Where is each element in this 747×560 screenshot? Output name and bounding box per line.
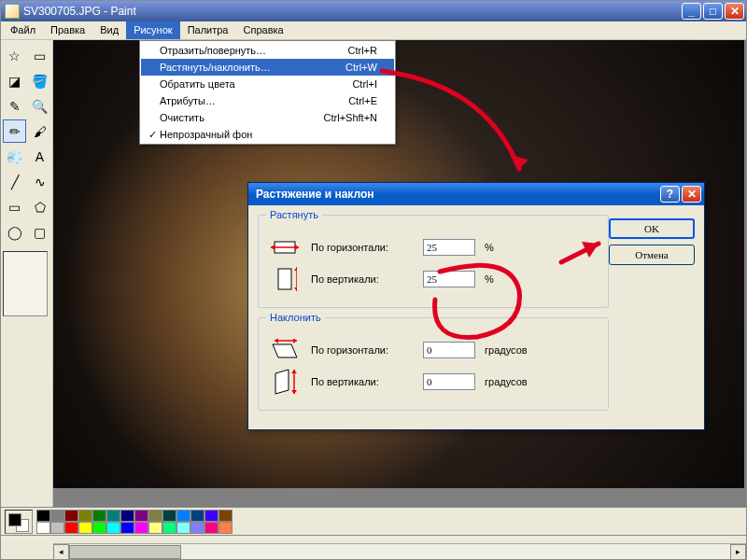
- color-swatch[interactable]: [50, 522, 64, 534]
- color-swatch[interactable]: [36, 510, 50, 522]
- color-swatch[interactable]: [190, 522, 204, 534]
- skew-horiz-label: По горизонтали:: [311, 344, 414, 356]
- close-button[interactable]: ✕: [725, 3, 744, 20]
- skew-vert-unit: градусов: [485, 376, 528, 387]
- color-swatch[interactable]: [50, 510, 64, 522]
- menu-item-opaque-bg[interactable]: ✓ Непрозрачный фон: [141, 126, 394, 143]
- minimize-button[interactable]: _: [682, 3, 701, 20]
- stretch-horiz-input[interactable]: [423, 239, 475, 256]
- scroll-thumb[interactable]: [69, 545, 181, 559]
- skew-vert-input[interactable]: [423, 373, 475, 390]
- color-swatch[interactable]: [162, 510, 176, 522]
- menu-item-stretch-skew[interactable]: Растянуть/наклонить… Ctrl+W: [141, 59, 394, 76]
- dialog-close-button[interactable]: ✕: [682, 186, 701, 203]
- svg-marker-14: [291, 370, 297, 373]
- tool-curve[interactable]: ∿: [28, 170, 51, 193]
- color-swatch[interactable]: [204, 522, 218, 534]
- color-swatch[interactable]: [36, 522, 50, 534]
- scroll-track[interactable]: [69, 545, 730, 559]
- svg-marker-2: [271, 245, 275, 250]
- color-swatch[interactable]: [148, 510, 162, 522]
- color-swatch[interactable]: [92, 510, 106, 522]
- stretch-horizontal-icon: [268, 234, 302, 260]
- tool-rectangle[interactable]: ▭: [3, 195, 26, 218]
- skew-group-title: Наклонить: [266, 312, 325, 323]
- menu-item-flip-rotate[interactable]: Отразить/повернуть… Ctrl+R: [141, 42, 394, 59]
- svg-marker-3: [295, 245, 299, 250]
- color-swatch[interactable]: [218, 522, 233, 534]
- app-icon: [5, 4, 20, 19]
- tool-free-select[interactable]: ☆: [3, 44, 26, 67]
- menu-image[interactable]: Рисунок: [126, 21, 180, 39]
- color-swatch[interactable]: [218, 510, 233, 522]
- foreground-color: [8, 513, 21, 526]
- tool-line[interactable]: ╱: [3, 170, 26, 193]
- color-swatch[interactable]: [134, 510, 148, 522]
- color-swatch[interactable]: [176, 510, 190, 522]
- menubar: Файл Правка Вид Рисунок Палитра Справка: [1, 21, 746, 40]
- scroll-right-button[interactable]: ▸: [730, 544, 746, 560]
- color-swatch[interactable]: [120, 522, 134, 534]
- skew-vert-label: По вертикали:: [311, 376, 414, 387]
- color-swatch[interactable]: [64, 510, 78, 522]
- color-swatch[interactable]: [78, 510, 92, 522]
- skew-horiz-input[interactable]: [423, 342, 475, 358]
- tool-options: [3, 251, 48, 316]
- menu-item-attributes[interactable]: Атрибуты… Ctrl+E: [141, 92, 394, 109]
- tool-rect-select[interactable]: ▭: [28, 44, 51, 67]
- cancel-button[interactable]: Отмена: [609, 245, 695, 265]
- color-swatch[interactable]: [120, 510, 134, 522]
- image-menu-dropdown: Отразить/повернуть… Ctrl+R Растянуть/нак…: [139, 40, 396, 145]
- color-swatch[interactable]: [92, 522, 106, 534]
- color-swatch[interactable]: [162, 522, 176, 534]
- tool-pencil[interactable]: ✏: [3, 119, 26, 143]
- color-swatch[interactable]: [176, 522, 190, 534]
- menu-edit[interactable]: Правка: [43, 21, 92, 39]
- color-swatch[interactable]: [106, 522, 120, 534]
- tool-text[interactable]: A: [28, 145, 51, 168]
- tool-picker[interactable]: ✎: [3, 94, 26, 118]
- ok-button[interactable]: OK: [609, 218, 695, 239]
- svg-marker-8: [273, 344, 297, 357]
- stretch-vert-label: По вертикали:: [311, 273, 414, 285]
- tool-polygon[interactable]: ⬠: [28, 195, 51, 218]
- color-swatch[interactable]: [106, 510, 120, 522]
- color-palette: [1, 507, 746, 535]
- stretch-horiz-unit: %: [485, 242, 494, 253]
- toolbox: ☆▭◪🪣✎🔍✏🖌💨A╱∿▭⬠◯▢: [1, 40, 53, 507]
- menu-file[interactable]: Файл: [3, 21, 43, 39]
- menu-item-invert-colors[interactable]: Обратить цвета Ctrl+I: [141, 76, 394, 92]
- stretch-vert-input[interactable]: [423, 271, 475, 287]
- tool-magnifier[interactable]: 🔍: [28, 94, 51, 118]
- dialog-help-button[interactable]: ?: [660, 186, 680, 203]
- window-title: SV300705.JPG - Paint: [23, 5, 682, 18]
- color-swatch[interactable]: [78, 522, 92, 534]
- color-swatch[interactable]: [134, 522, 148, 534]
- color-swatch[interactable]: [204, 510, 218, 522]
- tool-eraser[interactable]: ◪: [3, 69, 26, 92]
- skew-group: Наклонить По горизонтали: градусов П: [258, 317, 609, 411]
- check-icon: ✓: [145, 129, 160, 141]
- dialog-title: Растяжение и наклон: [256, 188, 658, 201]
- stretch-group-title: Растянуть: [266, 209, 322, 220]
- color-swatch[interactable]: [148, 522, 162, 534]
- scroll-left-button[interactable]: ◂: [53, 544, 69, 560]
- tool-ellipse[interactable]: ◯: [3, 220, 26, 244]
- color-swatch[interactable]: [190, 510, 204, 522]
- maximize-button[interactable]: □: [703, 3, 723, 20]
- tool-fill[interactable]: 🪣: [28, 69, 51, 92]
- svg-marker-15: [291, 390, 297, 394]
- main-window: SV300705.JPG - Paint _ □ ✕ Файл Правка В…: [0, 0, 747, 560]
- tool-brush[interactable]: 🖌: [28, 119, 51, 143]
- menu-view[interactable]: Вид: [92, 21, 126, 39]
- menu-help[interactable]: Справка: [236, 21, 291, 39]
- tool-airbrush[interactable]: 💨: [3, 145, 26, 168]
- tool-rounded-rect[interactable]: ▢: [28, 220, 51, 244]
- current-colors[interactable]: [5, 510, 33, 534]
- stretch-horiz-label: По горизонтали:: [311, 242, 414, 253]
- menu-item-clear[interactable]: Очистить Ctrl+Shft+N: [141, 109, 394, 126]
- dialog-titlebar[interactable]: Растяжение и наклон ? ✕: [248, 183, 704, 205]
- color-swatch[interactable]: [64, 522, 78, 534]
- horizontal-scrollbar[interactable]: ◂ ▸: [53, 543, 746, 559]
- menu-palette[interactable]: Палитра: [180, 21, 236, 39]
